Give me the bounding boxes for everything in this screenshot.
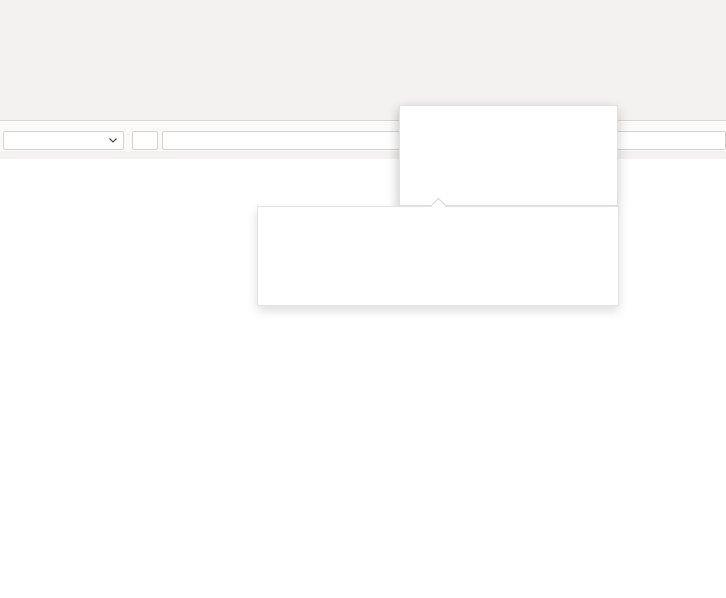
spreadsheet-app [0, 0, 726, 598]
line-chart-dropdown [399, 105, 619, 206]
name-box[interactable] [3, 131, 124, 150]
ribbon-area [0, 0, 726, 121]
fx-button[interactable] [132, 131, 158, 150]
line-tooltip [257, 206, 619, 307]
chevron-down-icon [109, 138, 117, 143]
